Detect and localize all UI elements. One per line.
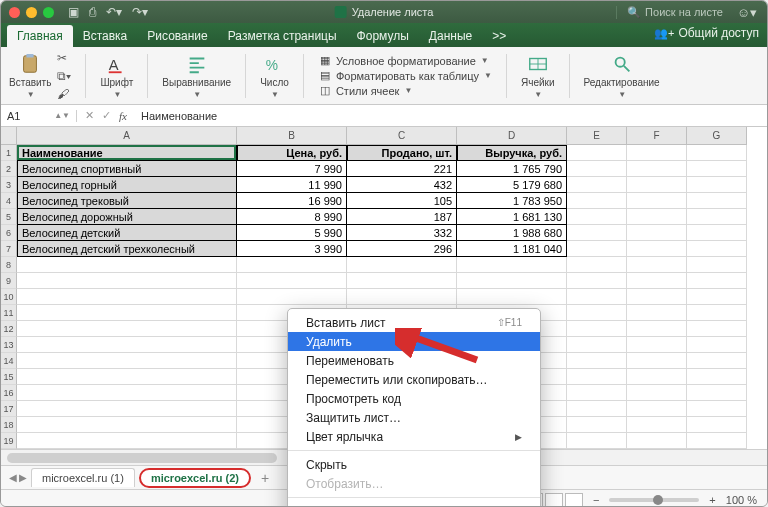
cut-icon[interactable]: ✂: [57, 51, 71, 65]
cell[interactable]: [687, 369, 747, 385]
row-header-15[interactable]: 15: [1, 369, 17, 385]
cell[interactable]: 7 990: [237, 161, 347, 177]
tab-data[interactable]: Данные: [419, 25, 482, 47]
cell[interactable]: 16 990: [237, 193, 347, 209]
user-account-icon[interactable]: ☺▾: [737, 5, 757, 20]
cell[interactable]: [687, 433, 747, 449]
cell[interactable]: [687, 417, 747, 433]
cell[interactable]: Продано, шт.: [347, 145, 457, 161]
col-header-A[interactable]: A: [17, 127, 237, 145]
cell[interactable]: [627, 161, 687, 177]
print-icon[interactable]: ⎙: [89, 5, 96, 19]
cell[interactable]: 432: [347, 177, 457, 193]
cell[interactable]: [17, 369, 237, 385]
cell[interactable]: 8 990: [237, 209, 347, 225]
tab-page-layout[interactable]: Разметка страницы: [218, 25, 347, 47]
sheet-tab-1[interactable]: microexcel.ru (1): [31, 468, 135, 487]
cells-button[interactable]: Ячейки▼: [521, 53, 555, 99]
cell[interactable]: [627, 385, 687, 401]
cell[interactable]: [567, 193, 627, 209]
share-button[interactable]: Общий доступ: [654, 26, 759, 40]
cell[interactable]: [627, 401, 687, 417]
cell[interactable]: 5 990: [237, 225, 347, 241]
cell[interactable]: [687, 273, 747, 289]
cell[interactable]: [627, 321, 687, 337]
cell[interactable]: [237, 257, 347, 273]
maximize-window-button[interactable]: [43, 7, 54, 18]
cell[interactable]: [567, 273, 627, 289]
row-header-18[interactable]: 18: [1, 417, 17, 433]
row-header-10[interactable]: 10: [1, 289, 17, 305]
cell[interactable]: [627, 145, 687, 161]
col-header-E[interactable]: E: [567, 127, 627, 145]
cell[interactable]: [17, 305, 237, 321]
row-headers[interactable]: 1234567891011121314151617181920: [1, 145, 17, 465]
ctx-protect-sheet[interactable]: Защитить лист…: [288, 408, 540, 427]
cell[interactable]: Наименование: [17, 145, 237, 161]
tab-more[interactable]: >>: [482, 25, 516, 47]
col-header-D[interactable]: D: [457, 127, 567, 145]
cell[interactable]: 296: [347, 241, 457, 257]
formula-input[interactable]: Наименование: [135, 110, 767, 122]
zoom-slider[interactable]: [609, 498, 699, 502]
cell[interactable]: [687, 401, 747, 417]
cell[interactable]: 221: [347, 161, 457, 177]
cell[interactable]: [687, 177, 747, 193]
cell[interactable]: [17, 433, 237, 449]
cell[interactable]: [457, 257, 567, 273]
cell[interactable]: 1 765 790: [457, 161, 567, 177]
cell[interactable]: [687, 321, 747, 337]
row-header-9[interactable]: 9: [1, 273, 17, 289]
cell[interactable]: Велосипед детский трехколесный: [17, 241, 237, 257]
cell[interactable]: [567, 241, 627, 257]
zoom-out-button[interactable]: −: [593, 494, 599, 506]
cell[interactable]: [347, 289, 457, 305]
cell[interactable]: [627, 353, 687, 369]
cell[interactable]: [17, 289, 237, 305]
cell[interactable]: [17, 337, 237, 353]
col-header-F[interactable]: F: [627, 127, 687, 145]
cell[interactable]: [567, 225, 627, 241]
cell[interactable]: 3 990: [237, 241, 347, 257]
cell[interactable]: 1 988 680: [457, 225, 567, 241]
font-button[interactable]: A Шрифт▼: [100, 53, 133, 99]
cell[interactable]: Велосипед горный: [17, 177, 237, 193]
cell[interactable]: [627, 433, 687, 449]
row-header-6[interactable]: 6: [1, 225, 17, 241]
cell[interactable]: [627, 177, 687, 193]
cell[interactable]: 105: [347, 193, 457, 209]
alignment-button[interactable]: Выравнивание▼: [162, 53, 231, 99]
sheet-nav-buttons[interactable]: ◀▶: [9, 472, 27, 483]
row-header-8[interactable]: 8: [1, 257, 17, 273]
copy-icon[interactable]: ⧉▾: [57, 69, 71, 83]
cell[interactable]: [627, 417, 687, 433]
cell[interactable]: 11 990: [237, 177, 347, 193]
ctx-insert-sheet[interactable]: Вставить лист⇧F11: [288, 313, 540, 332]
paste-button[interactable]: Вставить ▼: [9, 53, 51, 99]
ctx-hide-sheet[interactable]: Скрыть: [288, 455, 540, 474]
editing-button[interactable]: Редактирование▼: [584, 53, 660, 99]
cell[interactable]: [627, 273, 687, 289]
cell[interactable]: [627, 241, 687, 257]
zoom-in-button[interactable]: +: [709, 494, 715, 506]
row-header-14[interactable]: 14: [1, 353, 17, 369]
cancel-formula-icon[interactable]: ✕: [85, 109, 94, 122]
cell[interactable]: [687, 225, 747, 241]
cell[interactable]: [457, 289, 567, 305]
select-all-corner[interactable]: [1, 127, 17, 145]
accept-formula-icon[interactable]: ✓: [102, 109, 111, 122]
tab-draw[interactable]: Рисование: [137, 25, 217, 47]
row-header-13[interactable]: 13: [1, 337, 17, 353]
cell[interactable]: [347, 257, 457, 273]
cell[interactable]: [567, 337, 627, 353]
cell[interactable]: [687, 337, 747, 353]
row-header-4[interactable]: 4: [1, 193, 17, 209]
minimize-window-button[interactable]: [26, 7, 37, 18]
row-header-19[interactable]: 19: [1, 433, 17, 449]
format-as-table-button[interactable]: ▤Форматировать как таблицу▼: [318, 69, 492, 82]
cell[interactable]: [17, 385, 237, 401]
cell[interactable]: [687, 193, 747, 209]
cell[interactable]: [687, 289, 747, 305]
fx-icon[interactable]: fx: [119, 110, 127, 122]
tab-insert[interactable]: Вставка: [73, 25, 138, 47]
